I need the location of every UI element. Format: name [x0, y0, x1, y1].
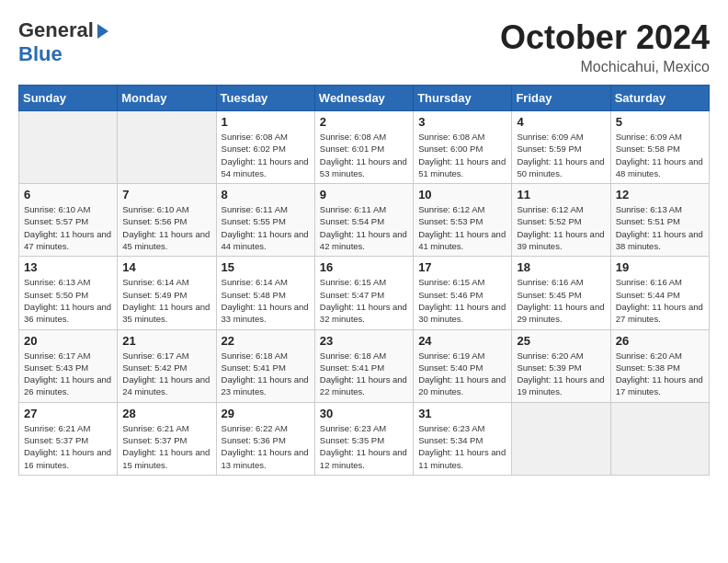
- day-number: 29: [222, 407, 310, 420]
- day-info: Sunrise: 6:15 AM Sunset: 5:47 PM Dayligh…: [320, 276, 408, 325]
- calendar-cell: 31Sunrise: 6:23 AM Sunset: 5:34 PM Dayli…: [414, 402, 512, 475]
- day-info: Sunrise: 6:16 AM Sunset: 5:44 PM Dayligh…: [616, 276, 704, 325]
- calendar-cell: 16Sunrise: 6:15 AM Sunset: 5:47 PM Dayli…: [314, 257, 413, 329]
- calendar-cell: 4Sunrise: 6:09 AM Sunset: 5:59 PM Daylig…: [512, 111, 610, 184]
- calendar-week-row: 6Sunrise: 6:10 AM Sunset: 5:57 PM Daylig…: [19, 184, 710, 257]
- day-info: Sunrise: 6:20 AM Sunset: 5:38 PM Dayligh…: [616, 350, 704, 398]
- calendar-cell: 28Sunrise: 6:21 AM Sunset: 5:37 PM Dayli…: [118, 402, 216, 475]
- day-number: 20: [24, 334, 112, 348]
- calendar-cell: 29Sunrise: 6:22 AM Sunset: 5:36 PM Dayli…: [216, 402, 314, 475]
- day-info: Sunrise: 6:13 AM Sunset: 5:50 PM Dayligh…: [24, 276, 112, 325]
- calendar-cell: 26Sunrise: 6:20 AM Sunset: 5:38 PM Dayli…: [610, 329, 709, 402]
- day-number: 18: [517, 260, 605, 274]
- day-number: 15: [222, 260, 310, 274]
- day-number: 26: [616, 334, 704, 348]
- calendar-cell: 2Sunrise: 6:08 AM Sunset: 6:01 PM Daylig…: [314, 111, 413, 184]
- calendar-cell: [118, 111, 216, 184]
- day-number: 11: [517, 188, 605, 201]
- day-info: Sunrise: 6:11 AM Sunset: 5:55 PM Dayligh…: [222, 203, 310, 252]
- day-number: 10: [418, 188, 506, 201]
- logo-general-text: General: [18, 18, 94, 42]
- calendar-cell: 27Sunrise: 6:21 AM Sunset: 5:37 PM Dayli…: [19, 402, 118, 475]
- day-info: Sunrise: 6:19 AM Sunset: 5:40 PM Dayligh…: [418, 350, 506, 398]
- calendar-cell: 6Sunrise: 6:10 AM Sunset: 5:57 PM Daylig…: [19, 184, 118, 257]
- day-info: Sunrise: 6:23 AM Sunset: 5:35 PM Dayligh…: [320, 422, 408, 471]
- day-info: Sunrise: 6:09 AM Sunset: 5:59 PM Dayligh…: [517, 131, 605, 179]
- logo-arrow-icon: [97, 24, 108, 39]
- day-number: 5: [616, 115, 704, 129]
- day-number: 31: [418, 407, 506, 420]
- calendar-cell: 23Sunrise: 6:18 AM Sunset: 5:41 PM Dayli…: [314, 329, 413, 402]
- day-info: Sunrise: 6:08 AM Sunset: 6:00 PM Dayligh…: [418, 131, 506, 179]
- calendar-cell: [512, 402, 610, 475]
- day-info: Sunrise: 6:10 AM Sunset: 5:56 PM Dayligh…: [122, 203, 210, 252]
- calendar-cell: 7Sunrise: 6:10 AM Sunset: 5:56 PM Daylig…: [118, 184, 216, 257]
- calendar-cell: 10Sunrise: 6:12 AM Sunset: 5:53 PM Dayli…: [414, 184, 512, 257]
- day-number: 17: [418, 260, 506, 274]
- title-area: October 2024 Mochicahui, Mexico: [500, 18, 710, 75]
- calendar-week-row: 1Sunrise: 6:08 AM Sunset: 6:02 PM Daylig…: [19, 111, 710, 184]
- day-number: 4: [517, 115, 605, 129]
- calendar-week-row: 20Sunrise: 6:17 AM Sunset: 5:43 PM Dayli…: [19, 329, 710, 402]
- day-number: 3: [418, 115, 506, 129]
- calendar-cell: 5Sunrise: 6:09 AM Sunset: 5:58 PM Daylig…: [610, 111, 709, 184]
- logo: General Blue: [18, 18, 108, 66]
- weekday-header: Thursday: [414, 86, 512, 111]
- day-info: Sunrise: 6:14 AM Sunset: 5:48 PM Dayligh…: [222, 276, 310, 325]
- day-number: 19: [616, 260, 704, 274]
- day-number: 27: [24, 407, 112, 420]
- day-number: 1: [222, 115, 310, 129]
- day-info: Sunrise: 6:17 AM Sunset: 5:42 PM Dayligh…: [122, 350, 210, 398]
- calendar-cell: 15Sunrise: 6:14 AM Sunset: 5:48 PM Dayli…: [216, 257, 314, 329]
- month-title: October 2024: [500, 18, 710, 57]
- day-number: 21: [122, 334, 210, 348]
- day-number: 16: [320, 260, 408, 274]
- calendar-cell: 21Sunrise: 6:17 AM Sunset: 5:42 PM Dayli…: [118, 329, 216, 402]
- day-number: 12: [616, 188, 704, 201]
- weekday-header: Friday: [512, 86, 610, 111]
- calendar-cell: [610, 402, 709, 475]
- day-number: 13: [24, 260, 112, 274]
- calendar-cell: 12Sunrise: 6:13 AM Sunset: 5:51 PM Dayli…: [610, 184, 709, 257]
- calendar-header-row: SundayMondayTuesdayWednesdayThursdayFrid…: [19, 86, 710, 111]
- day-number: 9: [320, 188, 408, 201]
- calendar-table: SundayMondayTuesdayWednesdayThursdayFrid…: [18, 85, 710, 476]
- day-number: 8: [222, 188, 310, 201]
- day-info: Sunrise: 6:14 AM Sunset: 5:49 PM Dayligh…: [122, 276, 210, 325]
- calendar-cell: 19Sunrise: 6:16 AM Sunset: 5:44 PM Dayli…: [610, 257, 709, 329]
- day-info: Sunrise: 6:09 AM Sunset: 5:58 PM Dayligh…: [616, 131, 704, 179]
- day-number: 23: [320, 334, 408, 348]
- calendar-cell: 30Sunrise: 6:23 AM Sunset: 5:35 PM Dayli…: [314, 402, 413, 475]
- calendar-week-row: 27Sunrise: 6:21 AM Sunset: 5:37 PM Dayli…: [19, 402, 710, 475]
- day-number: 6: [24, 188, 112, 201]
- calendar-cell: 24Sunrise: 6:19 AM Sunset: 5:40 PM Dayli…: [414, 329, 512, 402]
- day-info: Sunrise: 6:08 AM Sunset: 6:02 PM Dayligh…: [222, 131, 310, 179]
- day-info: Sunrise: 6:11 AM Sunset: 5:54 PM Dayligh…: [320, 203, 408, 252]
- weekday-header: Saturday: [610, 86, 709, 111]
- day-info: Sunrise: 6:18 AM Sunset: 5:41 PM Dayligh…: [320, 350, 408, 398]
- calendar-cell: 22Sunrise: 6:18 AM Sunset: 5:41 PM Dayli…: [216, 329, 314, 402]
- calendar-cell: 17Sunrise: 6:15 AM Sunset: 5:46 PM Dayli…: [414, 257, 512, 329]
- day-info: Sunrise: 6:13 AM Sunset: 5:51 PM Dayligh…: [616, 203, 704, 252]
- day-info: Sunrise: 6:18 AM Sunset: 5:41 PM Dayligh…: [222, 350, 310, 398]
- calendar-cell: 20Sunrise: 6:17 AM Sunset: 5:43 PM Dayli…: [19, 329, 118, 402]
- calendar-cell: 25Sunrise: 6:20 AM Sunset: 5:39 PM Dayli…: [512, 329, 610, 402]
- day-info: Sunrise: 6:12 AM Sunset: 5:53 PM Dayligh…: [418, 203, 506, 252]
- day-info: Sunrise: 6:17 AM Sunset: 5:43 PM Dayligh…: [24, 350, 112, 398]
- day-info: Sunrise: 6:08 AM Sunset: 6:01 PM Dayligh…: [320, 131, 408, 179]
- weekday-header: Monday: [118, 86, 216, 111]
- day-number: 14: [122, 260, 210, 274]
- day-info: Sunrise: 6:22 AM Sunset: 5:36 PM Dayligh…: [222, 422, 310, 471]
- day-info: Sunrise: 6:21 AM Sunset: 5:37 PM Dayligh…: [24, 422, 112, 471]
- day-number: 28: [122, 407, 210, 420]
- day-info: Sunrise: 6:20 AM Sunset: 5:39 PM Dayligh…: [517, 350, 605, 398]
- calendar-cell: 3Sunrise: 6:08 AM Sunset: 6:00 PM Daylig…: [414, 111, 512, 184]
- weekday-header: Wednesday: [314, 86, 413, 111]
- day-info: Sunrise: 6:16 AM Sunset: 5:45 PM Dayligh…: [517, 276, 605, 325]
- calendar-cell: 13Sunrise: 6:13 AM Sunset: 5:50 PM Dayli…: [19, 257, 118, 329]
- day-info: Sunrise: 6:12 AM Sunset: 5:52 PM Dayligh…: [517, 203, 605, 252]
- weekday-header: Tuesday: [216, 86, 314, 111]
- day-info: Sunrise: 6:10 AM Sunset: 5:57 PM Dayligh…: [24, 203, 112, 252]
- location: Mochicahui, Mexico: [500, 59, 710, 75]
- day-number: 7: [122, 188, 210, 201]
